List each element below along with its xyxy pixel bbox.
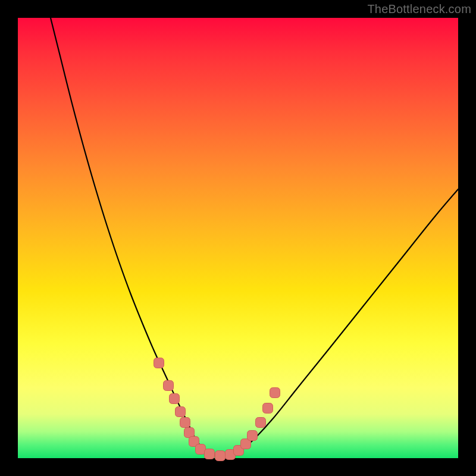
curve-marker — [164, 381, 174, 391]
curve-marker — [248, 431, 258, 441]
plot-area — [18, 18, 458, 458]
curve-marker — [180, 418, 190, 428]
curve-marker — [154, 358, 164, 368]
curve-marker — [176, 407, 186, 417]
chart-frame: TheBottleneck.com — [0, 0, 476, 476]
curve-marker — [170, 394, 180, 404]
curve-marker — [263, 403, 273, 414]
curve-markers — [154, 358, 280, 461]
curve-marker — [205, 449, 215, 459]
curve-marker — [270, 388, 280, 398]
curve-marker — [196, 444, 206, 455]
curve-marker — [184, 428, 195, 438]
bottleneck-curve — [51, 18, 458, 456]
watermark-text: TheBottleneck.com — [367, 2, 471, 16]
curve-marker — [215, 451, 226, 461]
curve-marker — [256, 418, 266, 428]
chart-svg — [18, 18, 458, 458]
